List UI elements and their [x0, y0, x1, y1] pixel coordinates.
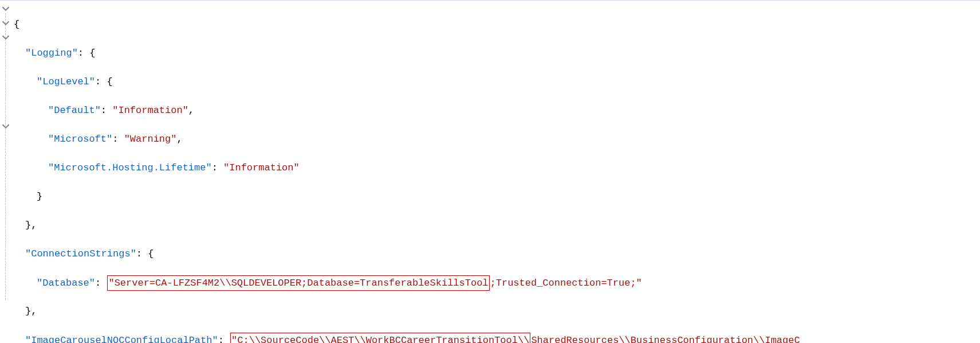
- json-key: Microsoft.Hosting.Lifetime: [54, 162, 206, 173]
- fold-toggle-loglevel[interactable]: [2, 33, 10, 41]
- json-key: ConnectionStrings: [31, 248, 130, 259]
- fold-toggle-logging[interactable]: [2, 19, 10, 27]
- code-content[interactable]: { "Logging": { "LogLevel": { "Default": …: [11, 1, 980, 343]
- json-key: Default: [54, 105, 95, 116]
- code-editor[interactable]: { "Logging": { "LogLevel": { "Default": …: [0, 0, 980, 343]
- json-string: SharedResources\\BusinessConfiguration\\…: [531, 335, 800, 343]
- fold-toggle-root[interactable]: [2, 5, 10, 13]
- json-string: Information: [229, 162, 293, 173]
- json-string: Information: [118, 105, 182, 116]
- json-string: Warning: [130, 134, 171, 145]
- highlight-box: "Server=CA-LFZSF4M2\\SQLDEVELOPER;Databa…: [107, 275, 489, 291]
- json-key: LogLevel: [42, 76, 89, 87]
- fold-guide-line: [5, 13, 6, 300]
- json-key: Database: [42, 278, 89, 289]
- json-string: Trusted_Connection=True;": [496, 278, 642, 289]
- folding-gutter: [0, 1, 11, 343]
- highlight-box: "C:\\SourceCode\\AEST\\WorkBCCareerTrans…: [230, 333, 530, 343]
- fold-toggle-connstrings[interactable]: [2, 122, 10, 130]
- json-key: Microsoft: [54, 134, 107, 145]
- json-key: Logging: [31, 48, 72, 59]
- json-key: ImageCarouselNOCConfigLocalPath: [31, 335, 212, 343]
